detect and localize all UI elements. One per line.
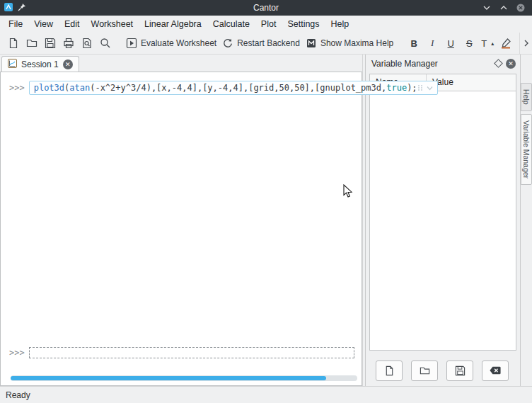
float-panel-icon[interactable] [494, 59, 503, 68]
toolbar-overflow-button[interactable] [519, 33, 532, 55]
side-tab-help[interactable]: Help [521, 83, 532, 111]
show-maxima-help-label: Show Maxima Help [320, 38, 393, 48]
menu-linear-algebra[interactable]: Linear Algebra [139, 17, 207, 31]
cantor-window: Cantor FileViewEditWorksheetLinear Algeb… [0, 0, 532, 403]
variable-manager-panel: Variable Manager ✕ Name Value [365, 55, 520, 386]
evaluate-worksheet-label: Evaluate Worksheet [141, 38, 216, 48]
toolbar: Evaluate Worksheet Restart Backend Show … [0, 33, 532, 55]
italic-button[interactable]: I [423, 34, 441, 52]
menu-worksheet[interactable]: Worksheet [86, 17, 139, 31]
window-title: Cantor [0, 3, 532, 13]
variable-manager-title: Variable Manager [371, 59, 438, 69]
entry-handle-icons [417, 84, 433, 91]
clear-variables-button[interactable] [482, 361, 509, 381]
new-command-input[interactable] [29, 347, 354, 358]
maximize-button[interactable] [497, 1, 511, 14]
restart-backend-button[interactable]: Restart Backend [219, 34, 303, 52]
plot-output [29, 98, 362, 333]
session-tab-label: Session 1 [21, 59, 59, 69]
evaluate-worksheet-button[interactable]: Evaluate Worksheet [123, 34, 219, 52]
menu-settings[interactable]: Settings [282, 17, 325, 31]
plot3d-surface [29, 98, 354, 333]
titlebar: Cantor [0, 0, 532, 16]
scrollbar-thumb[interactable] [11, 376, 326, 380]
variable-manager-header: Variable Manager ✕ [366, 55, 520, 72]
worksheet: >>> plot3d(atan(-x^2+y^3/4),[x,-4,4],[y,… [0, 72, 362, 386]
open-folder-button[interactable] [23, 34, 41, 52]
horizontal-scrollbar[interactable] [11, 375, 357, 381]
variable-table-body [370, 91, 516, 350]
tab-bar: Session 1 ✕ [0, 55, 362, 72]
save-variables-button[interactable] [446, 361, 473, 381]
command-input[interactable]: plot3d(atan(-x^2+y^3/4),[x,-4,4],[y,-4,4… [29, 81, 438, 95]
menu-plot[interactable]: Plot [255, 17, 282, 31]
save-button[interactable] [41, 34, 59, 52]
app-icon [4, 2, 13, 14]
pin-icon [18, 3, 26, 13]
menu-bar: FileViewEditWorksheetLinear AlgebraCalcu… [0, 16, 532, 33]
bold-button[interactable]: B [405, 34, 423, 52]
maxima-help-icon [306, 38, 317, 49]
main-area: Session 1 ✕ >>> plot3d(atan(-x^2+y^3/4),… [0, 55, 532, 386]
menu-help[interactable]: Help [325, 17, 355, 31]
show-maxima-help-button[interactable]: Show Maxima Help [303, 34, 396, 52]
menu-file[interactable]: File [3, 17, 28, 31]
side-tab-strip: Help Variable Manager [520, 55, 532, 386]
superscript-button[interactable]: T▴ [478, 34, 497, 52]
minimize-button[interactable] [480, 1, 494, 14]
restart-icon [222, 38, 233, 49]
play-icon [126, 38, 137, 49]
new-command-prompt: >>> [9, 348, 25, 358]
status-text: Ready [6, 390, 30, 400]
variable-manager-buttons [366, 355, 520, 386]
text-color-button[interactable] [497, 34, 515, 52]
print-preview-button[interactable] [78, 34, 96, 52]
menu-edit[interactable]: Edit [59, 17, 86, 31]
command-prompt: >>> [9, 83, 25, 93]
tab-close-icon[interactable]: ✕ [63, 59, 73, 69]
restart-backend-label: Restart Backend [237, 38, 300, 48]
command-text: plot3d(atan(-x^2+y^3/4),[x,-4,4],[y,-4,4… [34, 83, 417, 93]
close-button[interactable] [514, 1, 528, 14]
variable-table: Name Value [369, 74, 516, 351]
strikeout-button[interactable]: S [460, 34, 478, 52]
tab-session-1[interactable]: Session 1 ✕ [1, 56, 79, 72]
new-document-button[interactable] [4, 34, 23, 52]
print-button[interactable] [59, 34, 78, 52]
menu-view[interactable]: View [28, 17, 59, 31]
side-tab-variable-manager[interactable]: Variable Manager [521, 114, 532, 185]
worksheet-column: Session 1 ✕ >>> plot3d(atan(-x^2+y^3/4),… [0, 55, 362, 386]
menu-calculate[interactable]: Calculate [207, 17, 255, 31]
close-panel-icon[interactable]: ✕ [506, 59, 516, 69]
underline-button[interactable]: U [441, 34, 460, 52]
add-variable-button[interactable] [376, 361, 403, 381]
search-button[interactable] [96, 34, 115, 52]
load-variables-button[interactable] [411, 361, 438, 381]
status-bar: Ready [0, 386, 532, 403]
session-icon [8, 59, 17, 70]
